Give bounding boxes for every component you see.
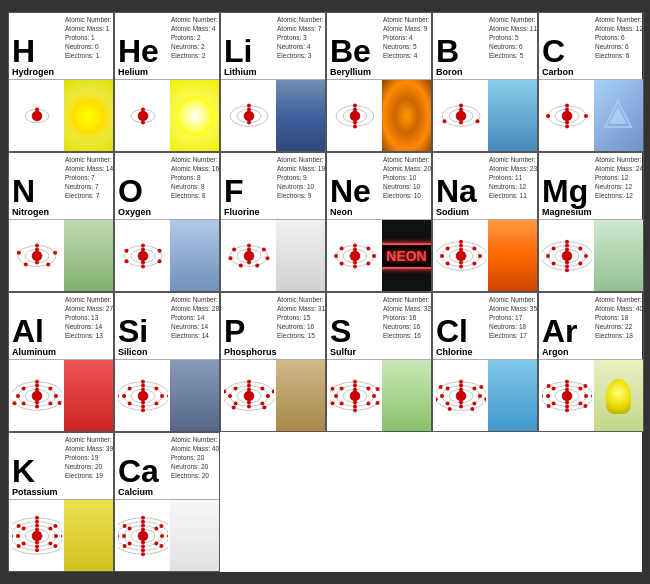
electron-diagram-s [327,360,382,432]
electron-diagram-mg [539,220,594,292]
element-bottom-mg [539,219,643,291]
svg-point-264 [160,534,164,538]
svg-point-70 [228,256,232,260]
electron-diagram-n [9,220,64,292]
svg-point-214 [565,401,569,405]
element-al[interactable]: Al Aluminum Atomic Number: 13Atomic Mass… [8,292,114,432]
svg-point-233 [32,531,42,541]
element-bottom-b [433,79,537,151]
name-s: Sulfur [330,347,356,357]
element-ca[interactable]: Ca Calcium Atomic Number: 20Atomic Mass:… [114,432,220,572]
element-n[interactable]: N Nitrogen Atomic Number: 7Atomic Mass: … [8,152,114,292]
element-top-ca: Ca Calcium Atomic Number: 20Atomic Mass:… [115,433,219,499]
element-top-s: S Sulfur Atomic Number: 16Atomic Mass: 3… [327,293,431,359]
svg-point-213 [565,387,569,391]
svg-point-253 [12,534,13,538]
svg-point-173 [353,401,357,405]
name-ar: Argon [542,347,569,357]
element-ar[interactable]: Ar Argon Atomic Number: 18Atomic Mass: 4… [538,292,644,432]
element-be[interactable]: Be Beryllium Atomic Number: 4Atomic Mass… [326,12,432,152]
element-top-h: H Hydrogen Atomic Number: 1Atomic Mass: … [9,13,113,79]
element-he[interactable]: He Helium Atomic Number: 2Atomic Mass: 4… [114,12,220,152]
svg-point-7 [244,111,254,121]
info-al: Atomic Number: 13Atomic Mass: 27Protons:… [64,293,114,359]
info-cl: Atomic Number: 17Atomic Mass: 35Protons:… [488,293,538,359]
svg-point-244 [16,534,20,538]
svg-point-63 [247,261,251,265]
svg-point-161 [233,401,237,405]
element-cl[interactable]: Cl Chlorine Atomic Number: 17Atomic Mass… [432,292,538,432]
svg-point-153 [247,387,251,391]
element-s[interactable]: S Sulfur Atomic Number: 16Atomic Mass: 3… [326,292,432,432]
electron-diagram-ar [539,360,594,432]
symbol-box-al: Al Aluminum [9,293,64,359]
svg-point-148 [167,394,168,398]
element-li[interactable]: Li Lithium Atomic Number: 3Atomic Mass: … [220,12,326,152]
svg-point-133 [138,391,148,401]
svg-point-30 [565,107,569,111]
element-si[interactable]: Si Silicon Atomic Number: 14Atomic Mass:… [114,292,220,432]
name-cl: Chlorine [436,347,473,357]
info-p: Atomic Number: 15Atomic Mass: 31Protons:… [276,293,326,359]
svg-point-182 [339,387,343,391]
svg-point-9 [247,107,251,111]
svg-point-186 [375,401,379,405]
svg-point-77 [353,244,357,248]
svg-point-245 [21,527,25,531]
element-bottom-li [221,79,325,151]
svg-point-106 [578,247,582,251]
symbol-box-he: He Helium [115,13,170,79]
svg-point-151 [244,391,254,401]
name-p: Phosphorus [224,347,277,357]
info-o: Atomic Number: 8Atomic Mass: 16Protons: … [170,153,220,219]
element-bottom-k [9,499,113,571]
electron-diagram-cl [433,360,488,432]
element-mg[interactable]: Mg Magnesium Atomic Number: 12Atomic Mas… [538,152,644,292]
svg-point-0 [32,111,42,121]
info-mg: Atomic Number: 12Atomic Mass: 24Protons:… [594,153,644,219]
element-k[interactable]: K Potassium Atomic Number: 19Atomic Mass… [8,432,114,572]
svg-point-126 [21,401,25,405]
svg-point-220 [565,405,569,409]
element-bottom-h [9,79,113,151]
svg-point-197 [478,394,482,398]
info-h: Atomic Number: 1Atomic Mass: 1Protons: 1… [64,13,114,79]
svg-point-209 [436,397,438,401]
svg-point-167 [262,406,266,410]
element-h[interactable]: H Hydrogen Atomic Number: 1Atomic Mass: … [8,12,114,152]
svg-point-193 [459,401,463,405]
svg-point-2 [35,107,39,111]
svg-point-251 [35,548,39,552]
svg-point-208 [447,407,451,411]
svg-point-5 [141,107,145,111]
name-si: Silicon [118,347,148,357]
svg-point-250 [53,544,57,548]
svg-point-23 [459,121,463,125]
element-c[interactable]: C Carbon Atomic Number: 6Atomic Mass: 12… [538,12,644,152]
svg-point-69 [238,263,242,267]
element-image-s [382,360,431,432]
svg-point-243 [21,541,25,545]
element-na[interactable]: Na Sodium Atomic Number: 11Atomic Mass: … [432,152,538,292]
element-f[interactable]: F Fluorine Atomic Number: 9Atomic Mass: … [220,152,326,292]
element-ne[interactable]: Ne Neon Atomic Number: 10Atomic Mass: 20… [326,152,432,292]
svg-point-141 [154,401,158,405]
symbol-na: Na [436,175,477,207]
name-h: Hydrogen [12,67,54,77]
element-o[interactable]: O Oxygen Atomic Number: 8Atomic Mass: 16… [114,152,220,292]
symbol-box-n: N Nitrogen [9,153,64,219]
info-li: Atomic Number: 3Atomic Mass: 7Protons: 3… [276,13,326,79]
svg-point-272 [159,524,163,528]
symbol-box-ca: Ca Calcium [115,433,170,499]
info-s: Atomic Number: 16Atomic Mass: 32Protons:… [382,293,432,359]
element-image-f [276,220,325,292]
name-na: Sodium [436,207,469,217]
element-image-o [170,220,219,292]
svg-point-66 [261,248,265,252]
symbol-li: Li [224,35,252,67]
svg-point-60 [244,251,254,261]
element-p[interactable]: P Phosphorus Atomic Number: 15Atomic Mas… [220,292,326,432]
element-b[interactable]: B Boron Atomic Number: 5Atomic Mass: 11P… [432,12,538,152]
symbol-box-c: C Carbon [539,13,594,79]
element-bottom-o [115,219,219,291]
